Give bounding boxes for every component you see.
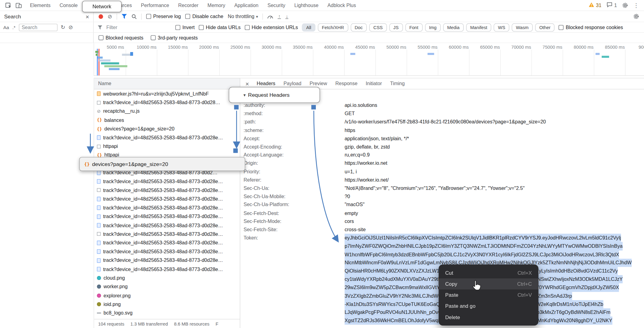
request-type-filter-pill[interactable]: WS [494,23,509,32]
blocked-response-cookies-checkbox[interactable]: Blocked response cookies [559,25,623,30]
request-row[interactable]: track?device_id=48d25653-2583-48ad-8773-… [94,177,240,186]
request-row[interactable]: bc8_logo.svg [94,309,240,318]
request-row[interactable]: worker.png [94,282,240,291]
request-type-filter-pill[interactable]: Media [443,23,464,32]
dragged-request-callout[interactable]: devices?page=1&page_size=20 [79,157,245,171]
header-value[interactable]: application/json, text/plain, */* [345,134,409,143]
header-value[interactable]: GET [345,110,355,118]
invert-checkbox[interactable]: Invert [175,25,195,30]
network-settings-gear-icon[interactable] [633,13,639,19]
request-row[interactable]: recaptcha__ru.js [94,107,240,116]
hide-extension-urls-checkbox[interactable]: Hide extension URLs [245,25,298,30]
request-row[interactable]: explorer.png [94,291,240,300]
overview-timeline[interactable]: 5000 ms10000 ms15000 ms20000 ms25000 ms3… [94,43,644,76]
header-value[interactable]: "macOS" [345,201,365,209]
request-row[interactable]: track?device_id=48d25653-2583-48ad-8773-… [94,133,240,142]
devtools-panel-tab[interactable]: Performance [136,0,174,11]
request-row[interactable]: track?device_id=48d25653-2583-48ad-8773-… [94,203,240,212]
network-search-icon[interactable] [131,14,136,19]
devtools-panel-tab[interactable]: Memory [203,0,230,11]
devtools-panel-tab[interactable]: Lighthouse [290,0,323,11]
details-tab[interactable]: Timing [386,78,409,89]
devtools-panel-tab[interactable]: Security [263,0,290,11]
export-har-icon[interactable]: ↓ [286,14,289,19]
header-value[interactable]: "Not/A)Brand";v="8", "Chromium";v="126",… [345,184,525,192]
header-value[interactable]: cors [345,217,354,225]
import-har-icon[interactable]: ↑ [278,14,281,19]
request-type-filter-pill[interactable]: CSS [369,23,387,32]
header-value[interactable]: https://worker.io.net [345,159,387,168]
filter-toggle-icon[interactable] [121,14,127,19]
disable-cache-checkbox[interactable]: Disable cache [185,13,223,19]
context-menu-item[interactable]: Paste and go [439,300,538,311]
devtools-panel-tab[interactable]: Elements [25,0,55,11]
request-row[interactable]: track?device_id=48d25653-2583-48ad-8773-… [94,212,240,221]
request-row[interactable]: track?device_id=48d25653-2583-48ad-8773-… [94,239,240,247]
details-tab[interactable]: Response [331,78,362,89]
request-row[interactable]: track?device_id=48d25653-2583-48ad-8773-… [94,247,240,256]
network-tab-callout[interactable]: Network [82,1,122,12]
request-type-filter-pill[interactable]: Img [425,23,441,32]
settings-gear-icon[interactable] [622,2,628,8]
request-type-filter-pill[interactable]: Other [535,23,555,32]
throttling-select[interactable]: No throttling [228,13,258,19]
request-type-filter-pill[interactable]: JS [389,23,403,32]
request-type-filter-pill[interactable]: Font [405,23,422,32]
issues-badge[interactable]: 1 [607,2,617,9]
preserve-log-checkbox[interactable]: Preserve log [146,13,181,19]
header-value[interactable]: https://worker.io.net/ [345,176,389,184]
request-row[interactable]: track?device_id=48d25653-2583-48ad-8773-… [94,194,240,203]
context-menu-item[interactable]: Cut Ctrl+X [439,267,538,278]
devtools-panel-tab[interactable]: Recorder [174,0,203,11]
request-row[interactable]: cloud.png [94,273,240,282]
search-close-icon[interactable] [86,13,89,20]
refresh-search-icon[interactable] [61,25,65,30]
request-type-filter-pill[interactable]: All [302,23,315,32]
header-value[interactable]: cross-site [345,225,366,234]
header-value[interactable]: /v1/io-worker/users/f7e475ff-2b83-41fd-8… [345,118,546,126]
request-headers-callout[interactable]: Request Headers [229,87,320,103]
context-menu-item[interactable]: Copy Ctrl+C [439,278,538,289]
header-value[interactable]: u=1, i [345,168,357,176]
devtools-panel-tab[interactable]: Console [55,0,82,11]
request-row[interactable]: devices?page=1&page_size=20 [94,124,240,133]
request-row[interactable]: track?device_id=48d25653-2583-48ad-8773-… [94,98,240,107]
record-button[interactable] [98,14,103,19]
network-conditions-icon[interactable] [267,14,273,19]
request-row[interactable]: track?device_id=48d25653-2583-48ad-8773-… [94,256,240,265]
regex-button[interactable]: .* [12,25,15,30]
request-row[interactable]: track?device_id=48d25653-2583-48ad-8773-… [94,230,240,239]
header-value[interactable]: https [345,126,355,134]
devtools-panel-tab[interactable]: Application [230,0,263,11]
request-type-filter-pill[interactable]: Manifest [466,23,491,32]
request-row[interactable]: ioid.png [94,300,240,309]
request-row[interactable]: track?device_id=48d25653-2583-48ad-8773-… [94,265,240,274]
search-input[interactable] [19,24,57,31]
clear-network-log-icon[interactable] [108,14,112,19]
third-party-requests-checkbox[interactable]: 3rd-party requests [151,35,198,41]
header-value[interactable]: api.io.solutions [345,101,377,110]
device-toolbar-icon[interactable] [16,3,22,8]
header-value[interactable]: ?0 [345,192,350,201]
inspect-element-icon[interactable] [5,2,11,8]
more-options-kebab-icon[interactable]: ⋮ [633,2,639,9]
match-case-button[interactable]: Aa [3,25,9,30]
request-type-filter-pill[interactable]: Fetch/XHR [318,23,348,32]
hide-data-urls-checkbox[interactable]: Hide data URLs [199,25,240,30]
request-row[interactable]: track?device_id=48d25653-2583-48ad-8773-… [94,221,240,230]
name-column-header[interactable]: Name [94,78,240,89]
request-row[interactable]: webworker.js?hl=ru&v=zIriijn3uj5Vpknvt_L… [94,89,240,98]
request-row[interactable]: balances [94,116,240,125]
header-value[interactable]: empty [345,209,358,217]
filter-input[interactable] [106,25,171,30]
request-type-filter-pill[interactable]: Doc [351,23,367,32]
details-tab[interactable]: Initiator [362,78,386,89]
context-menu-item[interactable]: Delete [439,311,538,322]
context-menu-item[interactable]: Paste Ctrl+V [439,289,538,300]
clear-search-icon[interactable] [68,25,73,30]
request-row[interactable]: httpapi [94,142,240,151]
warnings-badge[interactable]: 31 [588,2,601,9]
blocked-requests-checkbox[interactable]: Blocked requests [98,35,143,41]
close-details-icon[interactable] [242,80,253,87]
request-row[interactable]: track?device_id=48d25653-2583-48ad-8773-… [94,186,240,195]
